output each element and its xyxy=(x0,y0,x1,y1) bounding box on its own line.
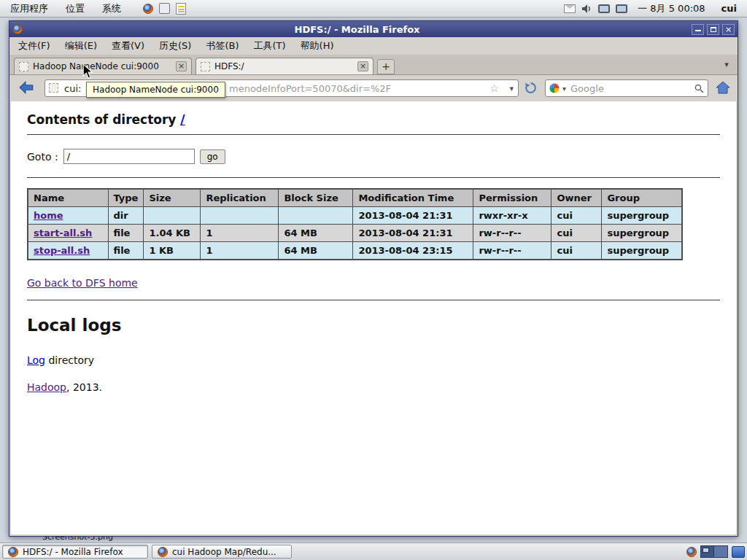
close-icon: × xyxy=(725,26,732,34)
cell-block-size: 64 MB xyxy=(279,225,353,242)
tab-tooltip: Hadoop NameNode cui:9000 xyxy=(86,82,225,98)
tab-list-chevron-icon[interactable]: ▾ xyxy=(720,58,733,71)
divider xyxy=(27,134,720,135)
firefox-tray-icon[interactable] xyxy=(686,547,697,557)
search-bar[interactable]: ▾ xyxy=(545,79,708,97)
volume-icon[interactable] xyxy=(581,4,592,14)
col-type: Type xyxy=(108,189,144,207)
firefox-window: HDFS:/ - Mozilla Firefox × 文件(F) 编辑(E) 查… xyxy=(9,20,738,537)
divider xyxy=(27,300,720,300)
taskbar-item-mapreduce[interactable]: cui Hadoop Map/Redu... xyxy=(152,545,292,559)
page-icon xyxy=(49,83,58,93)
go-button[interactable]: go xyxy=(200,149,225,164)
url-dropdown-chevron-icon[interactable]: ▾ xyxy=(509,84,514,93)
network-tray-icon[interactable] xyxy=(616,4,627,13)
reload-button[interactable] xyxy=(525,82,537,97)
workspace-switcher[interactable] xyxy=(700,545,728,558)
app-launcher-icon[interactable] xyxy=(159,3,170,14)
cell-owner: cui xyxy=(551,225,602,242)
firefox-logo-icon xyxy=(12,24,23,34)
task-label: HDFS:/ - Mozilla Firefox xyxy=(23,547,123,557)
page-title: Contents of directory / xyxy=(27,112,720,127)
cell-type: dir xyxy=(108,207,144,225)
tab-close-icon[interactable]: × xyxy=(176,61,187,71)
menu-file[interactable]: 文件(F) xyxy=(18,39,50,52)
applications-menu[interactable]: 应用程序 xyxy=(4,1,54,16)
search-icon[interactable] xyxy=(694,84,704,93)
table-header-row: Name Type Size Replication Block Size Mo… xyxy=(28,189,682,207)
reload-icon xyxy=(525,82,537,94)
bottom-panel: HDFS:/ - Mozilla Firefox cui Hadoop Map/… xyxy=(0,542,747,560)
cell-size xyxy=(144,207,201,225)
log-link[interactable]: Log xyxy=(27,354,45,366)
dir-link-home[interactable]: home xyxy=(34,210,63,221)
menu-edit[interactable]: 编辑(E) xyxy=(65,39,97,52)
file-link-start-all[interactable]: start-all.sh xyxy=(34,228,92,238)
divider xyxy=(27,177,720,178)
goto-input[interactable] xyxy=(63,149,195,164)
firefox-launcher-icon[interactable] xyxy=(143,4,153,14)
new-tab-button[interactable]: + xyxy=(377,59,395,74)
url-text-prefix: cui: xyxy=(64,83,81,94)
tab-close-icon[interactable]: × xyxy=(357,61,368,71)
maximize-button[interactable] xyxy=(707,24,719,35)
search-input[interactable] xyxy=(569,82,692,95)
tab-hdfs[interactable]: HDFS:/ × xyxy=(196,58,374,74)
cell-permission: rwxr-xr-x xyxy=(473,207,551,225)
log-suffix-text: directory xyxy=(45,354,94,366)
gedit-launcher-icon[interactable] xyxy=(176,3,186,15)
display-tray-icon[interactable] xyxy=(598,4,610,13)
table-row: home dir 2013-08-04 21:31 rwxr-xr-x cui … xyxy=(28,207,682,225)
workspace-2[interactable] xyxy=(714,546,727,557)
tab-label: Hadoop NameNode cui:9000 xyxy=(33,61,171,71)
back-button[interactable] xyxy=(18,81,37,96)
username-label: cui xyxy=(721,3,737,14)
col-owner: Owner xyxy=(551,189,602,207)
mail-tray-icon[interactable] xyxy=(564,4,576,13)
window-titlebar[interactable]: HDFS:/ - Mozilla Firefox × xyxy=(9,21,738,37)
close-button[interactable]: × xyxy=(722,24,735,35)
dfs-home-link[interactable]: Go back to DFS home xyxy=(27,277,138,289)
footer-suffix-text: , 2013. xyxy=(66,381,102,393)
home-icon xyxy=(716,81,730,94)
search-engine-chevron-icon[interactable]: ▾ xyxy=(562,85,566,93)
menu-view[interactable]: 查看(V) xyxy=(112,39,144,52)
cell-replication xyxy=(201,207,279,225)
menu-tools[interactable]: 工具(T) xyxy=(254,39,286,52)
cell-type: file xyxy=(108,242,144,260)
menu-history[interactable]: 历史(S) xyxy=(159,39,191,52)
page-icon xyxy=(19,62,28,71)
file-manager-tray-icon[interactable] xyxy=(732,546,745,558)
table-row: stop-all.sh file 1 KB 1 64 MB 2013-08-04… xyxy=(28,242,682,260)
system-menu[interactable]: 系统 xyxy=(96,1,127,16)
maximize-icon xyxy=(711,27,716,32)
tab-hadoop-namenode[interactable]: Hadoop NameNode cui:9000 × xyxy=(14,58,192,74)
top-panel: 应用程序 位置 系统 一 8月 5 00:08 cui xyxy=(0,0,747,18)
tab-label: HDFS:/ xyxy=(214,61,353,71)
bookmark-star-icon[interactable]: ☆ xyxy=(489,82,499,94)
menu-bookmarks[interactable]: 书签(B) xyxy=(206,39,239,52)
places-menu[interactable]: 位置 xyxy=(60,1,90,16)
heading-text: Contents of directory xyxy=(27,112,180,127)
hadoop-link[interactable]: Hadoop xyxy=(27,381,66,393)
col-group: Group xyxy=(602,189,682,207)
mouse-cursor xyxy=(82,63,93,79)
google-icon[interactable] xyxy=(549,83,560,93)
minimize-icon xyxy=(695,28,701,31)
menu-help[interactable]: 帮助(H) xyxy=(301,39,334,52)
goto-label: Goto : xyxy=(27,151,58,163)
minimize-button[interactable] xyxy=(692,24,704,35)
clock[interactable]: 一 8月 5 00:08 xyxy=(638,2,705,15)
cell-modification-time: 2013-08-04 21:31 xyxy=(353,225,473,242)
col-replication: Replication xyxy=(201,189,279,207)
workspace-1[interactable] xyxy=(701,546,714,557)
file-link-stop-all[interactable]: stop-all.sh xyxy=(34,245,90,256)
root-directory-link[interactable]: / xyxy=(180,112,185,127)
home-button[interactable] xyxy=(716,81,730,97)
page-icon xyxy=(201,62,210,71)
cell-group: supergroup xyxy=(602,207,682,225)
cell-permission: rw-r--r-- xyxy=(473,225,551,242)
taskbar-item-hdfs[interactable]: HDFS:/ - Mozilla Firefox xyxy=(2,545,148,559)
cell-modification-time: 2013-08-04 23:15 xyxy=(353,242,473,260)
log-directory-row: Log directory xyxy=(27,354,720,366)
